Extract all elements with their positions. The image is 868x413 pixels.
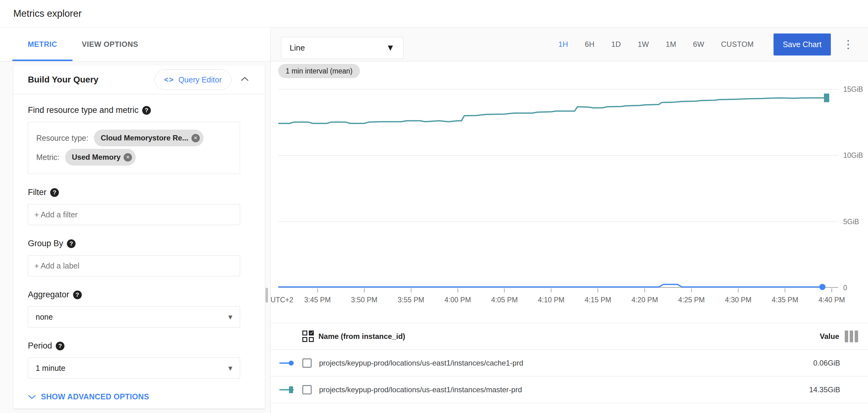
row-checkbox[interactable] [302, 385, 312, 394]
legend-table: ✓ Name (from instance_id) Value [271, 323, 868, 403]
tab-view-options[interactable]: VIEW OPTIONS [72, 28, 148, 61]
chevron-up-icon[interactable] [241, 77, 249, 83]
series-line [278, 284, 823, 287]
legend-row-master-prd[interactable]: projects/keypup-prod/locations/us-east1/… [271, 376, 868, 403]
metric-chip-label: Used Memory [72, 153, 121, 161]
build-query-card: Build Your Query <> Query Editor Find re… [13, 65, 265, 409]
x-axis-tick [411, 288, 411, 292]
legend-header-row: ✓ Name (from instance_id) Value [271, 323, 868, 350]
time-range-1h[interactable]: 1H [550, 40, 577, 49]
series-value: 14.35GiB [809, 385, 840, 394]
x-axis-label: 3:50 PM [351, 296, 378, 304]
time-range-1m[interactable]: 1M [657, 40, 685, 49]
period-select[interactable]: 1 minute ▾ [28, 357, 240, 379]
metric-chip[interactable]: Used Memory ✕ [65, 149, 136, 166]
page-header: Metrics explorer [0, 0, 868, 28]
group-by-label: Group By [28, 239, 63, 248]
query-editor-label: Query Editor [179, 75, 222, 84]
show-advanced-options-link[interactable]: SHOW ADVANCED OPTIONS [28, 392, 240, 409]
x-axis-tick [597, 288, 598, 292]
select-all-grid-icon[interactable]: ✓ [302, 330, 314, 342]
kebab-menu-icon[interactable]: ⋮ [843, 39, 854, 50]
time-range-custom[interactable]: CUSTOM [713, 40, 766, 49]
y-axis-label: 15GiB [843, 85, 863, 94]
series-marker-square-icon [279, 385, 294, 394]
x-axis-tick [832, 288, 832, 292]
page-title: Metrics explorer [13, 8, 82, 19]
filter-input[interactable] [28, 204, 240, 225]
legend-row-cache1-prd[interactable]: projects/keypup-prod/locations/us-east1/… [271, 350, 868, 376]
series-end-dot [819, 284, 826, 290]
x-axis-label: 3:45 PM [304, 296, 331, 304]
metric-label: Metric: [36, 153, 60, 162]
series-line [278, 98, 825, 123]
chevron-down-icon [28, 394, 36, 400]
x-axis-tick [691, 288, 692, 292]
time-range-6w[interactable]: 6W [685, 40, 713, 49]
help-icon[interactable]: ? [67, 239, 75, 248]
sidebar-tabs: METRIC VIEW OPTIONS [0, 28, 271, 61]
query-editor-button[interactable]: <> Query Editor [155, 69, 231, 90]
time-range-1w[interactable]: 1W [629, 40, 657, 49]
chart-type-select[interactable]: Line ▼ [281, 37, 403, 59]
legend-name-header[interactable]: Name (from instance_id) [318, 332, 405, 341]
x-axis-label: 4:05 PM [491, 296, 518, 304]
x-axis-label: 4:40 PM [818, 296, 845, 304]
chart-panel: Line ▼ 1H 6H 1D 1W 1M 6W CUSTOM Save Cha… [271, 28, 868, 413]
aggregator-select[interactable]: none ▾ [28, 306, 240, 327]
x-axis-tick [738, 288, 739, 292]
dropdown-arrow-icon: ▾ [228, 312, 232, 322]
code-icon: <> [164, 75, 174, 84]
chart-card: 1 min interval (mean) 15GiB10GiB5GiB0UTC… [271, 61, 868, 413]
x-axis-tick [317, 288, 318, 292]
x-axis-label: 4:25 PM [678, 296, 705, 304]
chart-toolbar: Line ▼ 1H 6H 1D 1W 1M 6W CUSTOM Save Cha… [271, 28, 868, 61]
show-advanced-options-label: SHOW ADVANCED OPTIONS [41, 392, 149, 401]
x-axis-label: 4:15 PM [585, 296, 612, 304]
x-axis-tick [644, 288, 645, 292]
help-icon[interactable]: ? [142, 106, 151, 115]
x-axis-tick [551, 288, 551, 292]
aggregator-label: Aggregator [28, 290, 69, 299]
aggregator-value: none [36, 313, 228, 322]
resource-metric-box: Resource type: Cloud Memorystore Re... ✕… [28, 122, 240, 174]
filter-label: Filter [28, 187, 46, 197]
y-axis-label: 5GiB [843, 218, 859, 226]
sidebar-scrollbar[interactable] [266, 288, 268, 303]
columns-icon[interactable] [845, 330, 858, 342]
series-marker-circle-icon [279, 358, 294, 368]
help-icon[interactable]: ? [73, 291, 82, 299]
resource-type-label: Resource type: [36, 134, 88, 143]
resource-metric-label: Find resource type and metric [28, 106, 138, 115]
series-end-square [824, 94, 829, 102]
x-axis-tick [458, 288, 458, 292]
dropdown-arrow-icon: ▾ [228, 363, 232, 373]
row-checkbox[interactable] [302, 358, 312, 368]
build-query-header: Build Your Query <> Query Editor [13, 65, 265, 94]
series-value: 0.06GiB [813, 359, 840, 367]
close-icon[interactable]: ✕ [191, 134, 200, 142]
help-icon[interactable]: ? [50, 188, 59, 197]
x-axis-label: 4:35 PM [772, 296, 798, 304]
chart-plot-area[interactable]: 15GiB10GiB5GiB0UTC+23:45 PM3:50 PM3:55 P… [278, 84, 838, 288]
help-icon[interactable]: ? [56, 342, 64, 350]
group-by-input[interactable] [28, 255, 240, 276]
series-name: projects/keypup-prod/locations/us-east1/… [319, 359, 523, 367]
time-range-1d[interactable]: 1D [603, 40, 629, 49]
x-axis-label: 4:20 PM [631, 296, 658, 304]
series-name: projects/keypup-prod/locations/us-east1/… [319, 385, 522, 394]
x-axis-tick [504, 288, 505, 292]
tab-metric[interactable]: METRIC [12, 28, 72, 61]
build-query-title: Build Your Query [28, 75, 98, 85]
query-sidebar: METRIC VIEW OPTIONS Build Your Query <> … [0, 28, 271, 413]
resource-type-chip[interactable]: Cloud Memorystore Re... ✕ [94, 129, 204, 146]
time-range-6h[interactable]: 6H [577, 40, 603, 49]
y-axis-label: 0 [843, 284, 847, 292]
x-axis-label: 4:30 PM [725, 296, 751, 304]
save-chart-button[interactable]: Save Chart [774, 33, 831, 56]
x-axis-tick [364, 288, 365, 292]
close-icon[interactable]: ✕ [124, 153, 132, 161]
x-axis-label: UTC+2 [271, 296, 293, 304]
chart-type-value: Line [290, 43, 386, 53]
legend-value-header[interactable]: Value [820, 332, 839, 341]
